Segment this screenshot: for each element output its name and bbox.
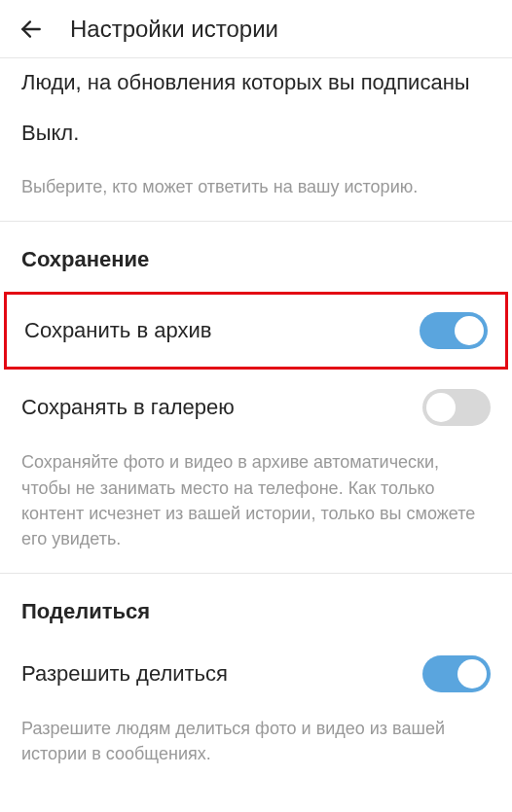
highlight-annotation: Сохранить в архив bbox=[4, 292, 508, 370]
allow-share-row[interactable]: Разрешить делиться bbox=[0, 642, 512, 706]
save-section-title: Сохранение bbox=[0, 222, 512, 290]
page-title: Настройки истории bbox=[70, 16, 278, 43]
allow-share-toggle[interactable] bbox=[422, 655, 491, 692]
save-gallery-toggle[interactable] bbox=[422, 389, 491, 426]
share-section-title: Поделиться bbox=[0, 574, 512, 642]
toggle-knob bbox=[457, 659, 487, 688]
reply-option-off[interactable]: Выкл. bbox=[0, 105, 512, 165]
reply-option-subscribed[interactable]: Люди, на обновления которых вы подписаны bbox=[0, 58, 512, 105]
reply-helper-text: Выберите, кто может ответить на вашу ист… bbox=[0, 164, 512, 221]
save-gallery-label: Сохранять в галерею bbox=[21, 395, 235, 420]
save-helper-text: Сохраняйте фото и видео в архиве автомат… bbox=[0, 440, 512, 572]
toggle-knob bbox=[455, 316, 484, 345]
save-gallery-row[interactable]: Сохранять в галерею bbox=[0, 375, 512, 440]
save-archive-row[interactable]: Сохранить в архив bbox=[7, 295, 505, 367]
content-area: Люди, на обновления которых вы подписаны… bbox=[0, 58, 512, 788]
allow-share-label: Разрешить делиться bbox=[21, 661, 228, 687]
save-archive-toggle[interactable] bbox=[420, 312, 488, 349]
back-button[interactable] bbox=[16, 14, 47, 45]
toggle-knob bbox=[426, 393, 456, 422]
share-helper-text: Разрешите людям делиться фото и видео из… bbox=[0, 706, 512, 788]
save-archive-label: Сохранить в архив bbox=[24, 318, 211, 343]
header-bar: Настройки истории bbox=[0, 0, 512, 58]
arrow-left-icon bbox=[18, 17, 44, 42]
